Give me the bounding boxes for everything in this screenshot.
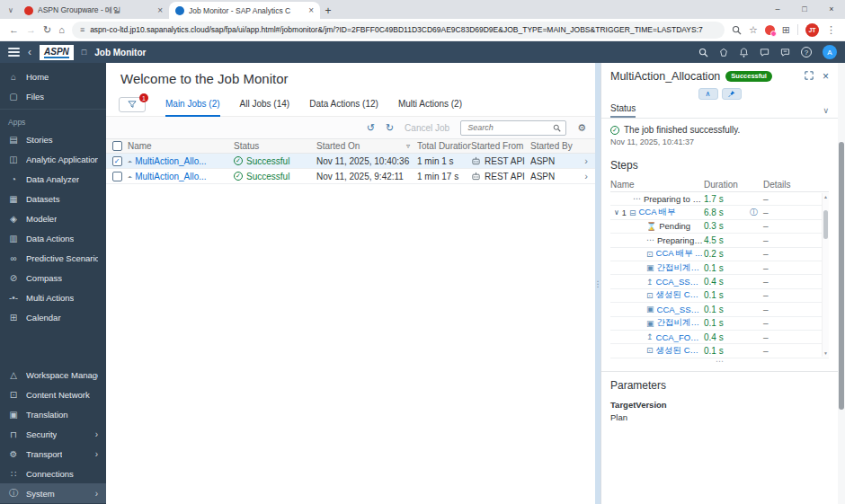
sidebar-item-translation[interactable]: ▣Translation <box>0 404 106 424</box>
refresh-icon[interactable]: ↻ <box>386 123 394 133</box>
reload-icon[interactable]: ↻ <box>43 24 51 36</box>
extension-icon[interactable] <box>765 25 775 35</box>
search-field[interactable] <box>460 120 566 136</box>
step-row[interactable]: ⋯Preparing to run1.7 s– <box>610 192 829 206</box>
search-icon[interactable] <box>553 124 561 132</box>
sidebar-item-system[interactable]: ⓘSystem› <box>0 483 106 503</box>
step-row[interactable]: ⊡생성된 CCA...0.1 s– <box>610 289 829 303</box>
help-icon[interactable]: ? <box>801 47 812 57</box>
step-name-link[interactable]: CCA 배부 ... <box>656 248 703 260</box>
status-section-header[interactable]: Status ∨ <box>601 102 838 119</box>
app-back-icon[interactable]: ‹ <box>28 46 31 58</box>
sidebar-item-analytic-applications[interactable]: ◫Analytic Applications <box>0 149 106 169</box>
step-name-link[interactable]: CCA_SSU ... <box>656 277 704 287</box>
sidebar-item-security[interactable]: ⊓Security› <box>0 424 106 444</box>
info-icon[interactable]: ⓘ <box>750 207 758 218</box>
column-filter-icon[interactable]: ▿ <box>406 142 410 150</box>
row-detail-chevron-icon[interactable]: › <box>577 155 595 166</box>
steps-scrollbar[interactable]: ▲ ▼ <box>822 193 829 357</box>
step-name-link[interactable]: 간접비계획 ... <box>657 317 704 329</box>
column-header-name[interactable]: Name <box>128 141 234 151</box>
step-row[interactable]: ▣CCA_SSU t...0.1 s– <box>610 303 829 316</box>
notifications-bell-icon[interactable] <box>739 48 749 57</box>
column-header-started-by[interactable]: Started By <box>530 141 577 151</box>
scroll-up-icon[interactable]: ▲ <box>823 194 828 199</box>
row-checkbox[interactable] <box>112 172 122 181</box>
row-detail-chevron-icon[interactable]: › <box>577 171 595 181</box>
step-row[interactable]: ∨1⊟CCA 배부6.8 sⓘ– <box>610 206 829 219</box>
extensions-puzzle-icon[interactable]: ⊞ <box>782 24 790 36</box>
user-avatar[interactable]: A <box>823 45 837 59</box>
sidebar-item-modeler[interactable]: ◈Modeler <box>0 208 106 228</box>
tab-search-button[interactable]: ∨ <box>4 2 18 19</box>
tab-main-jobs-2[interactable]: Main Jobs (2) <box>165 93 220 117</box>
sidebar-item-calendar[interactable]: ⊞Calendar <box>0 307 106 327</box>
new-tab-button[interactable]: + <box>320 2 336 19</box>
browser-menu-icon[interactable]: ⋮ <box>826 24 836 36</box>
search-input[interactable] <box>466 122 549 133</box>
step-row[interactable]: ⊡CCA 배부 ...0.2 s– <box>610 248 829 261</box>
reset-history-icon[interactable]: ↺ <box>367 123 375 133</box>
job-table-row[interactable]: ✓-•-MultiAction_Allo...✓SuccessfulNov 11… <box>106 154 595 169</box>
sidebar-item-datasets[interactable]: ▦Datasets <box>0 189 106 208</box>
close-window-button[interactable]: × <box>818 0 845 18</box>
step-row[interactable]: ↥CCA_SSU ...0.4 s– <box>610 275 829 288</box>
step-name-link[interactable]: 생성된 CCA... <box>656 345 704 357</box>
step-name-link[interactable]: CCA_FOO... <box>656 332 704 342</box>
tab-all-jobs-14[interactable]: All Jobs (14) <box>240 93 290 117</box>
sidebar-item-data-actions[interactable]: ▥Data Actions <box>0 228 106 248</box>
hamburger-menu-icon[interactable] <box>8 46 20 58</box>
sidebar-item-workspace-management[interactable]: △Workspace Management <box>0 365 106 385</box>
job-name-link[interactable]: MultiAction_Allo... <box>135 172 206 181</box>
browser-tab-job-monitor[interactable]: Job Monitor - SAP Analytics C × <box>169 2 320 19</box>
select-all-checkbox[interactable] <box>112 141 122 151</box>
sidebar-item-transport[interactable]: ⚙Transport› <box>0 444 106 464</box>
collapse-icon[interactable]: ∧ <box>698 88 718 100</box>
bookmark-star-icon[interactable]: ☆ <box>749 24 758 36</box>
step-name-link[interactable]: 간접비계획 ... <box>657 262 704 274</box>
discussions-icon[interactable] <box>760 48 769 57</box>
sidebar-item-content-network[interactable]: ⊡Content Network <box>0 385 106 404</box>
tab-data-actions-12[interactable]: Data Actions (12) <box>309 93 378 117</box>
column-header-started-on[interactable]: Started On ▿ <box>316 141 417 151</box>
back-icon[interactable]: ← <box>9 24 19 35</box>
zoom-icon[interactable] <box>732 25 742 35</box>
job-table-row[interactable]: -•-MultiAction_Allo...✓SuccessfulNov 11,… <box>106 169 595 184</box>
sidebar-item-predictive-scenarios[interactable]: ∞Predictive Scenarios <box>0 248 106 268</box>
site-settings-icon[interactable]: ≡ <box>80 25 84 34</box>
close-icon[interactable]: × <box>157 5 163 15</box>
sidebar-item-home[interactable]: ⌂Home <box>0 66 106 86</box>
step-row[interactable]: ⌛Pending0.3 s– <box>610 220 829 234</box>
browser-profile-avatar[interactable]: JT <box>805 23 819 37</box>
scroll-down-icon[interactable]: ▼ <box>823 350 828 356</box>
step-name-link[interactable]: CCA_SSU t... <box>657 305 704 314</box>
step-name-link[interactable]: 생성된 CCA... <box>656 289 704 301</box>
close-panel-icon[interactable]: × <box>823 70 829 83</box>
home-icon[interactable]: ⌂ <box>58 24 65 35</box>
step-name-link[interactable]: CCA 배부 <box>638 207 675 218</box>
step-row[interactable]: ⋯Preparing t...4.5 s– <box>610 234 829 247</box>
column-header-started-from[interactable]: Started From <box>471 141 530 151</box>
scrollbar-thumb[interactable] <box>823 210 828 239</box>
restore-button[interactable]: □ <box>791 0 818 18</box>
column-header-status[interactable]: Status <box>234 141 316 151</box>
step-row[interactable]: ↥CCA_FOO...0.4 s– <box>610 331 829 344</box>
sidebar-item-data-analyzer[interactable]: ◔Data Analyzer <box>0 169 106 189</box>
tab-multi-actions-2[interactable]: Multi Actions (2) <box>398 93 462 117</box>
step-row[interactable]: ▣간접비계획 ...0.1 s– <box>610 261 829 275</box>
close-icon[interactable]: × <box>308 5 314 15</box>
page-scrollbar[interactable] <box>838 63 845 504</box>
sidebar-item-compass[interactable]: ⊘Compass <box>0 268 106 287</box>
cancel-job-button[interactable]: Cancel Job <box>405 123 449 133</box>
column-header-total-duration[interactable]: Total Duration <box>417 141 471 151</box>
sidebar-item-connections[interactable]: ∷Connections <box>0 464 106 483</box>
pin-icon[interactable] <box>722 88 742 100</box>
expand-panel-icon[interactable] <box>805 71 814 82</box>
table-settings-gear-icon[interactable]: ⚙ <box>577 122 586 134</box>
filter-button[interactable]: 1 <box>119 97 146 112</box>
minimize-button[interactable]: – <box>764 0 791 18</box>
page-scrollbar-thumb[interactable] <box>839 142 844 410</box>
step-row[interactable]: ▣간접비계획 ...0.1 s– <box>610 317 829 331</box>
row-checkbox[interactable]: ✓ <box>112 156 122 166</box>
chevron-down-icon[interactable]: ∨ <box>823 106 829 118</box>
